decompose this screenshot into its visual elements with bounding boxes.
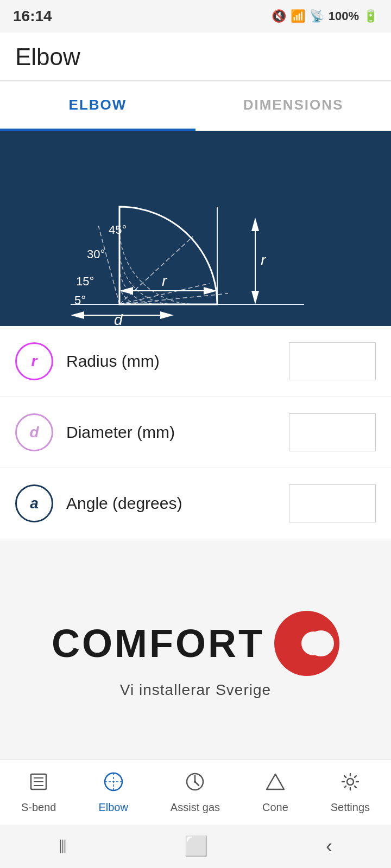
radius-input[interactable] (289, 342, 376, 380)
angle-row: a Angle (degrees) (0, 468, 391, 539)
angle-label: Angle (degrees) (66, 494, 289, 513)
angle-input[interactable] (289, 484, 376, 522)
assist-gas-icon (185, 771, 205, 797)
logo-text: COMFORT (52, 621, 264, 666)
battery-text: 100% (329, 9, 359, 23)
nav-item-assist-gas[interactable]: Assist gas (171, 771, 220, 814)
diameter-icon: d (15, 413, 53, 451)
back-button[interactable]: ‹ (326, 835, 332, 858)
logo-wrapper: COMFORT (52, 611, 339, 676)
svg-line-3 (119, 293, 228, 304)
status-bar: 16:14 🔇 📶 📡 100% 🔋 (0, 0, 391, 33)
sbend-icon (28, 771, 49, 797)
tab-dimensions[interactable]: DIMENSIONS (195, 81, 391, 131)
recent-apps-button[interactable]: ⦀ (59, 835, 67, 858)
wifi-icon: 📶 (291, 9, 305, 23)
home-button[interactable]: ⬜ (184, 835, 209, 858)
logo-tagline: Vi installerar Sverige (120, 681, 271, 699)
elbow-icon (103, 771, 124, 797)
svg-marker-15 (71, 311, 84, 319)
cone-label: Cone (262, 801, 288, 814)
elbow-diagram: r r d 45° 30° 15° 5° (0, 131, 391, 326)
svg-text:d: d (114, 311, 123, 326)
status-icons: 🔇 📶 📡 100% 🔋 (272, 9, 378, 23)
battery-icon: 🔋 (363, 9, 378, 23)
svg-text:r: r (261, 252, 267, 269)
nav-item-sbend[interactable]: S-bend (21, 771, 56, 814)
svg-text:r: r (162, 272, 168, 289)
nav-item-settings[interactable]: Settings (331, 771, 370, 814)
system-nav: ⦀ ⬜ ‹ (0, 825, 391, 868)
tab-bar: ELBOW DIMENSIONS (0, 81, 391, 131)
nav-item-cone[interactable]: Cone (262, 771, 288, 814)
svg-marker-11 (119, 287, 133, 295)
svg-text:45°: 45° (109, 223, 127, 237)
signal-icon: 📡 (310, 9, 324, 23)
logo-area: COMFORT Vi installerar Sverige (0, 539, 391, 760)
settings-icon (340, 771, 361, 797)
svg-point-36 (347, 778, 354, 785)
diameter-row: d Diameter (mm) (0, 397, 391, 468)
page-title: Elbow (15, 43, 376, 71)
page-container: 16:14 🔇 📶 📡 100% 🔋 Elbow ELBOW DIMENSION… (0, 0, 391, 868)
mute-icon: 🔇 (272, 9, 286, 23)
logo-circle (274, 611, 339, 676)
svg-text:5°: 5° (74, 293, 86, 307)
tab-elbow[interactable]: ELBOW (0, 81, 195, 131)
svg-marker-7 (251, 218, 259, 231)
svg-text:30°: 30° (87, 247, 105, 261)
svg-marker-8 (251, 291, 259, 304)
radius-label: Radius (mm) (66, 352, 289, 371)
sbend-label: S-bend (21, 801, 56, 814)
cone-icon (265, 771, 286, 797)
svg-point-34 (194, 781, 196, 783)
app-header: Elbow (0, 33, 391, 80)
assist-gas-label: Assist gas (171, 801, 220, 814)
radius-row: r Radius (mm) (0, 326, 391, 397)
svg-text:15°: 15° (76, 275, 94, 288)
nav-item-elbow[interactable]: Elbow (98, 771, 128, 814)
bottom-nav: S-bend Elbow As (0, 760, 391, 825)
elbow-label: Elbow (98, 801, 128, 814)
radius-icon: r (15, 342, 53, 380)
status-time: 16:14 (13, 8, 52, 25)
form-area: r Radius (mm) d Diameter (mm) a Angle (d… (0, 326, 391, 539)
svg-marker-35 (267, 774, 284, 789)
svg-marker-16 (160, 311, 174, 319)
logo-inner-circle (308, 630, 334, 656)
svg-line-1 (98, 226, 119, 304)
diameter-label: Diameter (mm) (66, 423, 289, 442)
diameter-input[interactable] (289, 413, 376, 451)
svg-line-0 (119, 237, 193, 304)
angle-icon: a (15, 484, 53, 522)
settings-label: Settings (331, 801, 370, 814)
